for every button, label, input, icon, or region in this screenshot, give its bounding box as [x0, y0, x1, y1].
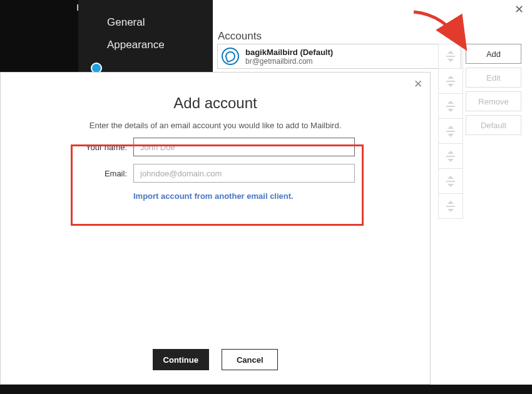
modal-close-icon[interactable]: ✕ — [414, 78, 422, 91]
drag-handle[interactable] — [438, 194, 463, 219]
account-list-item[interactable]: bagikMailbird (Default) br@getmailbird.c… — [217, 44, 461, 69]
bottom-dark-strip — [0, 385, 532, 394]
annotation-highlight-box — [71, 144, 364, 226]
close-icon[interactable]: ✕ — [514, 3, 524, 16]
edit-button[interactable]: Edit — [466, 68, 521, 88]
add-account-modal: ✕ Add account Enter the details of an em… — [0, 72, 431, 385]
sidebar-item-appearance[interactable]: Appearance — [78, 34, 213, 56]
remove-button[interactable]: Remove — [466, 91, 521, 111]
accounts-heading: Accounts — [218, 30, 262, 43]
modal-title: Add account — [1, 94, 430, 112]
app-dark-background — [0, 0, 78, 72]
default-button[interactable]: Default — [466, 115, 521, 135]
drag-handle[interactable] — [438, 119, 463, 144]
settings-sidebar: General Appearance — [78, 0, 213, 72]
add-button[interactable]: Add — [466, 44, 521, 64]
drag-handle[interactable] — [438, 144, 463, 169]
modal-subtitle: Enter the details of an email account yo… — [1, 121, 430, 130]
account-text-block: bagikMailbird (Default) br@getmailbird.c… — [245, 48, 457, 66]
account-email-label: br@getmailbird.com — [245, 57, 457, 66]
account-name-label: bagikMailbird (Default) — [245, 48, 457, 57]
drag-handle[interactable] — [438, 69, 463, 94]
drag-handle[interactable] — [438, 169, 463, 194]
continue-button[interactable]: Continue — [153, 349, 209, 370]
drag-handle-column — [438, 44, 463, 219]
drag-handle[interactable] — [438, 44, 463, 69]
sidebar-item-general[interactable]: General — [78, 11, 213, 34]
cancel-button[interactable]: Cancel — [222, 349, 278, 370]
mailbird-icon — [222, 48, 239, 65]
drag-handle[interactable] — [438, 94, 463, 119]
account-action-buttons: Add Edit Remove Default — [466, 44, 521, 139]
modal-button-row: Continue Cancel — [1, 349, 430, 370]
